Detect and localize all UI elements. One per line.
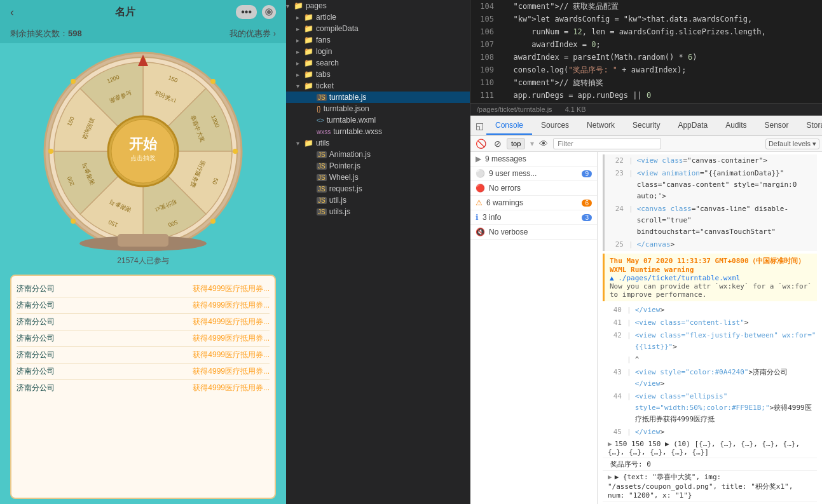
wxml-icon: <> bbox=[317, 117, 324, 124]
svg-point-22 bbox=[233, 149, 238, 154]
line-num: 22 bbox=[605, 155, 624, 167]
msg-icon-3: ⚠ bbox=[476, 198, 483, 207]
tree-item-turntable-wxml[interactable]: <> turntable.wxml bbox=[286, 114, 470, 126]
menu-dots[interactable]: ••• bbox=[236, 5, 257, 19]
devtools-tab-console[interactable]: Console bbox=[486, 117, 532, 135]
remaining-label: 剩余抽奖次数：598 bbox=[10, 28, 82, 39]
msg-count-3: 6 bbox=[582, 200, 592, 207]
code-editor: 1041051061071081091101111121131141151161… bbox=[470, 0, 822, 103]
folder-icon: 📁 bbox=[304, 81, 313, 90]
js-icon: JS bbox=[317, 163, 327, 170]
tree-item-tabs[interactable]: ▸📁tabs bbox=[286, 69, 470, 80]
devtools-panel: ◱ConsoleSourcesNetworkSecurityAppDataAud… bbox=[470, 116, 822, 504]
console-html-lines: 22| <view class="canvas-container">23| <… bbox=[603, 154, 817, 251]
filter-input[interactable] bbox=[553, 138, 661, 149]
tree-item-turntable-js[interactable]: JS turntable.js bbox=[286, 92, 470, 103]
tree-item-util-js[interactable]: JS util.js bbox=[286, 194, 470, 206]
console-msg-4[interactable]: ℹ3 info3 bbox=[470, 210, 597, 225]
svg-text:点击抽奖: 点击抽奖 bbox=[130, 154, 156, 161]
level-select[interactable]: Default levels ▾ bbox=[765, 139, 819, 149]
tree-item-label: Animation.js bbox=[329, 150, 371, 159]
code-panel: 1041051061071081091101111121131141151161… bbox=[470, 0, 822, 504]
devtools-tab-network[interactable]: Network bbox=[578, 117, 624, 135]
folder-icon: 📁 bbox=[304, 13, 313, 22]
devtools-tab-audits[interactable]: Audits bbox=[716, 117, 755, 135]
console-msg-2[interactable]: 🔴No errors bbox=[470, 181, 597, 196]
code-line-111: app.runDegs = app.runDegs || 0 bbox=[504, 89, 822, 102]
tree-item-article[interactable]: ▸📁article bbox=[286, 11, 470, 23]
line-num bbox=[603, 354, 622, 365]
devtools-tab-sources[interactable]: Sources bbox=[532, 117, 578, 135]
console-msg-0[interactable]: ▶9 messages bbox=[470, 152, 597, 167]
line-num: 41 bbox=[603, 317, 622, 329]
tree-item-pages[interactable]: ▾📁pages bbox=[286, 0, 470, 11]
code-line-108: awardIndex = parseInt(Math.random() * 6) bbox=[504, 51, 822, 64]
prize-item-4: 济南分公司 获得4999医疗抵用券... bbox=[17, 330, 270, 347]
code-line-104: "comment">// 获取奖品配置 bbox=[504, 0, 822, 13]
devtools-tabs: ◱ConsoleSourcesNetworkSecurityAppDataAud… bbox=[470, 116, 822, 136]
folder-arrow: ▾ bbox=[296, 83, 304, 90]
devtools-tab-storage[interactable]: Storage bbox=[798, 117, 822, 135]
console-msg-1[interactable]: ⚪9 user mess...9 bbox=[470, 167, 597, 181]
svg-rect-34 bbox=[118, 234, 168, 247]
tree-item-Wheel-js[interactable]: JS Wheel.js bbox=[286, 172, 470, 183]
folder-arrow: ▾ bbox=[286, 3, 294, 10]
console-stop-button[interactable]: ⊘ bbox=[491, 137, 504, 150]
js-icon: JS bbox=[317, 197, 327, 204]
view-line: 40| </view> bbox=[603, 304, 817, 317]
devtools-left-icon[interactable]: ◱ bbox=[473, 121, 486, 131]
js-icon: JS bbox=[317, 174, 327, 181]
tree-item-ticket[interactable]: ▾📁ticket bbox=[286, 80, 470, 92]
prize-item-6: 济南分公司 获得4999医疗抵用券... bbox=[17, 364, 270, 380]
line-num: 42 bbox=[603, 330, 622, 353]
tree-item-login[interactable]: ▸📁login bbox=[286, 46, 470, 57]
pipe: | bbox=[627, 304, 631, 316]
tree-item-label: login bbox=[316, 47, 332, 56]
top-context[interactable]: top bbox=[507, 138, 525, 149]
svg-point-1 bbox=[267, 10, 271, 14]
folder-icon: 📁 bbox=[304, 58, 313, 67]
participant-count: 21574人已参与 bbox=[117, 255, 168, 266]
folder-icon: 📁 bbox=[304, 47, 313, 56]
line-num: 43 bbox=[603, 367, 622, 390]
file-tree-panel: ▾📁pages▸📁article▸📁compileData▸📁fans▸📁log… bbox=[286, 0, 470, 504]
msg-label-0: 9 messages bbox=[485, 154, 592, 163]
console-msg-5[interactable]: 🔇No verbose bbox=[470, 225, 597, 240]
tree-item-request-js[interactable]: JS request.js bbox=[286, 183, 470, 194]
coupon-link[interactable]: 我的优惠券 › bbox=[229, 28, 276, 39]
warn-header: Thu May 07 2020 11:31:37 GMT+0800（中国标准时间… bbox=[610, 256, 812, 274]
console-msg-3[interactable]: ⚠6 warnings6 bbox=[470, 196, 597, 210]
line-num: 25 bbox=[605, 239, 624, 250]
tree-item-turntable-json[interactable]: {} turntable.json bbox=[286, 103, 470, 114]
folder-icon: 📁 bbox=[294, 1, 303, 10]
wheel-container[interactable]: 恭喜中大奖 医疗服务费 积分奖x1 谢谢参与 谢谢参与 咨询回馈 谢谢参与 积分… bbox=[41, 50, 245, 253]
tree-item-turntable-wxss[interactable]: wxss turntable.wxss bbox=[286, 126, 470, 137]
phone-controls: ••• bbox=[236, 5, 276, 19]
console-clear-button[interactable]: 🚫 bbox=[473, 137, 489, 150]
folder-arrow: ▸ bbox=[296, 37, 304, 44]
tree-item-utils-js[interactable]: JS utils.js bbox=[286, 206, 470, 217]
back-button[interactable]: ‹ bbox=[10, 6, 14, 19]
tree-item-compileData[interactable]: ▸📁compileData bbox=[286, 23, 470, 34]
folder-arrow: ▸ bbox=[296, 71, 304, 78]
devtools-tab-security[interactable]: Security bbox=[624, 117, 669, 135]
tree-item-utils[interactable]: ▾📁utils bbox=[286, 137, 470, 149]
devtools-tab-appdata[interactable]: AppData bbox=[669, 117, 716, 135]
tree-item-search[interactable]: ▸📁search bbox=[286, 57, 470, 69]
console-eye-button[interactable]: 👁 bbox=[537, 137, 551, 150]
code-line-107: awardIndex = 0; bbox=[504, 38, 822, 51]
record-button[interactable] bbox=[262, 5, 276, 19]
pipe: | bbox=[627, 330, 631, 353]
warn-file[interactable]: ▲ ./pages/ticket/turntable.wxml bbox=[610, 274, 812, 282]
folder-arrow: ▾ bbox=[296, 140, 304, 147]
tree-item-Pointer-js[interactable]: JS Pointer.js bbox=[286, 160, 470, 172]
result-line-1[interactable]: 奖品序号: 0 bbox=[603, 458, 817, 471]
json-icon: {} bbox=[317, 106, 321, 112]
devtools-tab-sensor[interactable]: Sensor bbox=[756, 117, 798, 135]
tree-item-fans[interactable]: ▸📁fans bbox=[286, 34, 470, 46]
prize-list: 济南分公司 获得4999医疗抵用券... 济南分公司 获得4999医疗抵用券..… bbox=[10, 275, 276, 499]
tree-item-Animation-js[interactable]: JS Animation.js bbox=[286, 149, 470, 160]
result-line-0[interactable]: ▶150 150 150 ▶ (10) [{…}, {…}, {…}, {…},… bbox=[603, 439, 817, 458]
line-num: 24 bbox=[605, 203, 624, 238]
tree-item-label: compileData bbox=[316, 24, 359, 33]
